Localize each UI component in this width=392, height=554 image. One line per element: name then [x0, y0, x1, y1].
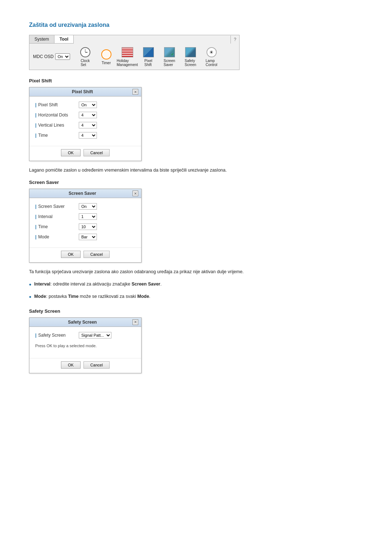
safety-screen-icon [184, 46, 197, 58]
pixel-shift-label-3: Vertical Lines [35, 123, 79, 128]
toolbar-help[interactable]: ? [230, 36, 239, 44]
screen-saver-ok-button[interactable]: OK [61, 251, 81, 258]
bullet-text-2: Mode: postavka Time može se razlikovati … [34, 293, 150, 300]
screen-saver-select-3[interactable]: 10 [79, 223, 97, 230]
screen-saver-select-2[interactable]: 1 [79, 213, 97, 220]
pixel-shift-icon [142, 46, 155, 58]
screen-saver-select-1[interactable]: On Off [79, 203, 97, 210]
screen-saver-icon [163, 46, 176, 58]
safety-screen-heading: Safety Screen [29, 308, 363, 314]
safety-screen-ok-button[interactable]: OK [61, 361, 81, 369]
screen-saver-label-1: Screen Saver [35, 204, 79, 209]
screen-saver-body-text: Ta funkcija sprječava urezivanje zaslona… [29, 268, 312, 275]
bullet-dot-1: • [29, 280, 31, 290]
pixel-shift-select-4[interactable]: 4 [79, 132, 97, 139]
pixel-shift-cancel-button[interactable]: Cancel [83, 149, 110, 156]
pixel-shift-row-2: Horizontal Dots 4 [35, 112, 135, 118]
tab-system[interactable]: System [29, 35, 54, 43]
pixel-shift-select-3[interactable]: 4 [79, 122, 97, 128]
toolbar-item-lampcontrol[interactable]: ☀ LampControl [202, 46, 221, 67]
screen-saver-dialog-title: Screen Saver [32, 191, 132, 196]
screen-saver-row-2: Interval 1 [35, 213, 135, 220]
screen-saver-heading: Screen Saver [29, 180, 363, 185]
toolbar-item-label: SafetyScreen [185, 59, 196, 67]
pixel-shift-label-4: Time [35, 133, 79, 138]
pixel-shift-row-4: Time 4 [35, 132, 135, 139]
pixel-shift-ok-button[interactable]: OK [61, 149, 81, 156]
bullet-text-1: Interval: odredite interval za aktivacij… [34, 281, 162, 288]
pixel-shift-select-2[interactable]: 4 [79, 112, 97, 118]
clock-icon [79, 46, 92, 58]
screen-saver-cancel-button[interactable]: Cancel [83, 251, 110, 258]
toolbar: System Tool ? MDC OSD On Off ClockSet Ti… [29, 35, 240, 70]
toolbar-mdc: MDC OSD On Off [33, 53, 70, 60]
screen-saver-label-2: Interval [35, 214, 79, 219]
safety-screen-close-button[interactable]: ✕ [132, 319, 138, 325]
pixel-shift-dialog-title: Pixel Shift [32, 89, 132, 94]
toolbar-item-label: HolidayManagement [117, 59, 138, 67]
holiday-icon [121, 46, 134, 58]
bullet-dot-2: • [29, 292, 31, 303]
pixel-shift-row-3: Vertical Lines 4 [35, 122, 135, 128]
toolbar-item-timer[interactable]: Timer [97, 49, 116, 65]
toolbar-item-clockset[interactable]: ClockSet [76, 46, 95, 67]
screen-saver-bullets: • Interval: odredite interval za aktivac… [29, 281, 363, 303]
toolbar-item-label: Timer [102, 61, 111, 65]
page-title: Zaštita od urezivanja zaslona [29, 22, 363, 28]
mdc-select[interactable]: On Off [55, 53, 70, 60]
toolbar-item-label: ScreenSaver [164, 59, 175, 67]
bullet-item-2: • Mode: postavka Time može se razlikovat… [29, 293, 312, 303]
toolbar-item-label: LampControl [206, 59, 217, 67]
mdc-label: MDC OSD [33, 54, 54, 59]
safety-screen-dialog-title: Safety Screen [32, 320, 132, 325]
pixel-shift-label-1: Pixel Shift [35, 102, 79, 107]
screen-saver-row-1: Screen Saver On Off [35, 203, 135, 210]
screen-saver-dialog: Screen Saver ✕ Screen Saver On Off Inter… [29, 189, 142, 263]
safety-screen-select-1[interactable]: Signal Patt... [79, 332, 111, 338]
toolbar-item-holiday[interactable]: HolidayManagement [118, 46, 137, 67]
screen-saver-row-3: Time 10 [35, 223, 135, 230]
safety-screen-row-1: Safety Screen Signal Patt... [35, 332, 135, 338]
toolbar-tabs: System Tool [29, 35, 74, 44]
toolbar-item-label: PixelShift [144, 59, 152, 67]
lamp-control-icon: ☀ [205, 46, 218, 58]
toolbar-item-safetyscreen[interactable]: SafetyScreen [181, 46, 200, 67]
toolbar-item-screensaver[interactable]: ScreenSaver [160, 46, 179, 67]
safety-screen-dialog: Safety Screen ✕ Safety Screen Signal Pat… [29, 317, 142, 373]
pixel-shift-select-1[interactable]: On Off [79, 102, 97, 108]
screen-saver-label-4: Mode [35, 234, 79, 239]
timer-icon [100, 49, 113, 60]
toolbar-item-pixelshift[interactable]: PixelShift [139, 46, 158, 67]
pixel-shift-heading: Pixel Shift [29, 78, 363, 83]
screen-saver-row-4: Mode Bar [35, 234, 135, 240]
safety-screen-cancel-button[interactable]: Cancel [83, 361, 110, 369]
pixel-shift-dialog: Pixel Shift ✕ Pixel Shift On Off Horizon… [29, 87, 142, 161]
tab-tool[interactable]: Tool [54, 35, 74, 43]
pixel-shift-row-1: Pixel Shift On Off [35, 102, 135, 108]
toolbar-item-label: ClockSet [81, 59, 90, 67]
pixel-shift-label-2: Horizontal Dots [35, 112, 79, 118]
screen-saver-close-button[interactable]: ✕ [132, 190, 138, 196]
bullet-item-1: • Interval: odredite interval za aktivac… [29, 281, 312, 290]
pixel-shift-close-button[interactable]: ✕ [132, 89, 138, 95]
pixel-shift-body-text: Lagano pomičite zaslon u određenim vreme… [29, 167, 312, 174]
screen-saver-label-3: Time [35, 224, 79, 229]
screen-saver-select-4[interactable]: Bar [79, 234, 97, 240]
safety-screen-label-1: Safety Screen [35, 333, 79, 338]
safety-screen-note: Press OK to play a selected mode. [35, 342, 135, 349]
